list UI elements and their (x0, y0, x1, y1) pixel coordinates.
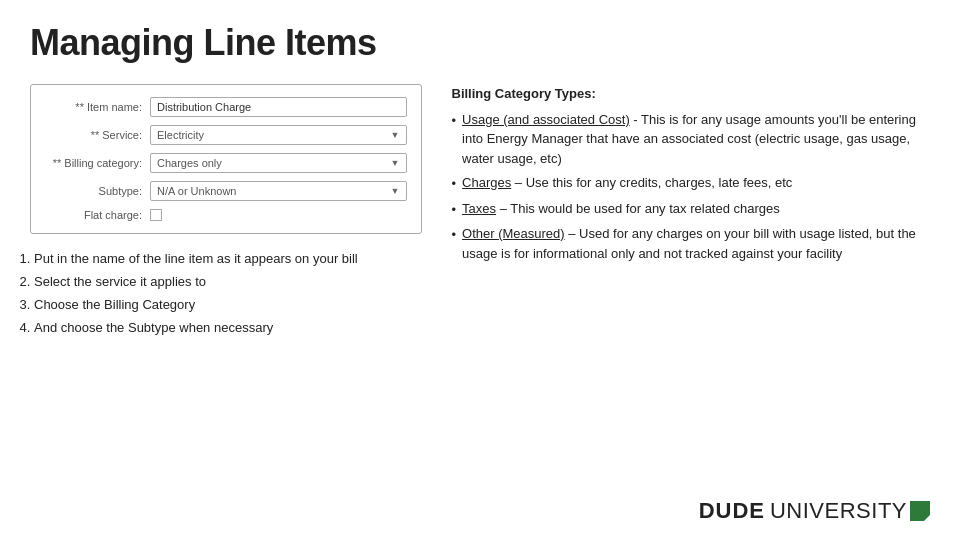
bullet-charges: • (452, 174, 457, 194)
billing-type-other-term: Other (Measured) (462, 226, 565, 241)
logo-university: UNIVERSITY (770, 498, 907, 524)
service-label: ** Service: (45, 129, 150, 141)
billing-type-usage-text: Usage (and associated Cost) - This is fo… (462, 110, 930, 169)
instructions-list: Put in the name of the line item as it a… (30, 250, 422, 341)
bullet-other: • (452, 225, 457, 245)
service-select[interactable]: Electricity ▼ (150, 125, 407, 145)
logo-area: DUDE UNIVERSITY (699, 498, 930, 524)
billing-type-charges: • Charges – Use this for any credits, ch… (452, 173, 931, 194)
billing-category-arrow: ▼ (391, 158, 400, 168)
service-value: Electricity (157, 129, 204, 141)
item-name-label: ** Item name: (45, 101, 150, 113)
logo-square-icon (910, 501, 930, 521)
form-mockup: ** Item name: Distribution Charge ** Ser… (30, 84, 422, 234)
right-column: Billing Category Types: • Usage (and ass… (452, 84, 931, 341)
billing-type-usage: • Usage (and associated Cost) - This is … (452, 110, 931, 169)
billing-type-charges-desc: – Use this for any credits, charges, lat… (511, 175, 792, 190)
flat-charge-checkbox[interactable] (150, 209, 162, 221)
billing-type-taxes-text: Taxes – This would be used for any tax r… (462, 199, 780, 219)
billing-category-value: Charges only (157, 157, 222, 169)
form-row-service: ** Service: Electricity ▼ (45, 125, 407, 145)
subtype-value: N/A or Unknown (157, 185, 236, 197)
billing-type-charges-term: Charges (462, 175, 511, 190)
form-row-item-name: ** Item name: Distribution Charge (45, 97, 407, 117)
flat-charge-label: Flat charge: (45, 209, 150, 221)
form-row-billing-category: ** Billing category: Charges only ▼ (45, 153, 407, 173)
bullet-taxes: • (452, 200, 457, 220)
item-name-input[interactable]: Distribution Charge (150, 97, 407, 117)
billing-category-label: ** Billing category: (45, 157, 150, 169)
billing-type-taxes: • Taxes – This would be used for any tax… (452, 199, 931, 220)
subtype-arrow: ▼ (391, 186, 400, 196)
instruction-item-2: Select the service it applies to (34, 273, 422, 292)
instruction-item-1: Put in the name of the line item as it a… (34, 250, 422, 269)
form-row-flat-charge: Flat charge: (45, 209, 407, 221)
form-row-subtype: Subtype: N/A or Unknown ▼ (45, 181, 407, 201)
service-select-arrow: ▼ (391, 130, 400, 140)
subtype-label: Subtype: (45, 185, 150, 197)
subtype-select[interactable]: N/A or Unknown ▼ (150, 181, 407, 201)
billing-types-title: Billing Category Types: (452, 84, 931, 104)
billing-type-taxes-term: Taxes (462, 201, 496, 216)
left-column: ** Item name: Distribution Charge ** Ser… (30, 84, 422, 341)
bullet-usage: • (452, 111, 457, 131)
billing-type-other: • Other (Measured) – Used for any charge… (452, 224, 931, 263)
instruction-item-3: Choose the Billing Category (34, 296, 422, 315)
billing-types-list: • Usage (and associated Cost) - This is … (452, 110, 931, 264)
page-title: Managing Line Items (0, 0, 960, 74)
instruction-item-4: And choose the Subtype when necessary (34, 319, 422, 338)
billing-category-select[interactable]: Charges only ▼ (150, 153, 407, 173)
billing-type-usage-term: Usage (and associated Cost) (462, 112, 630, 127)
billing-type-taxes-desc: – This would be used for any tax related… (496, 201, 780, 216)
logo-dude: DUDE (699, 498, 765, 524)
billing-type-other-text: Other (Measured) – Used for any charges … (462, 224, 930, 263)
billing-type-charges-text: Charges – Use this for any credits, char… (462, 173, 792, 193)
